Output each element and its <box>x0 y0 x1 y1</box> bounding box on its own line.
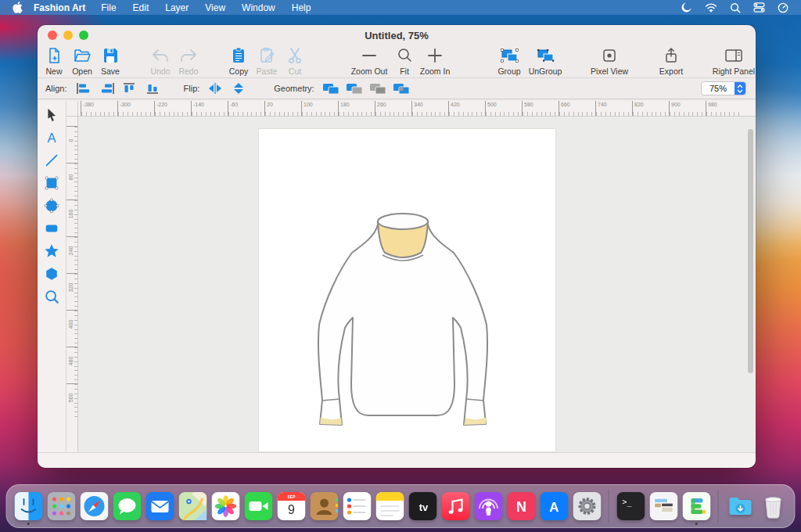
dock-calendar-icon[interactable]: SEP9 <box>277 489 306 523</box>
active-app-name[interactable]: Fashion Art <box>34 2 85 13</box>
control-center-icon[interactable] <box>753 2 765 13</box>
toolbar-zoom-in-button[interactable]: Zoom In <box>421 45 449 76</box>
menu-edit[interactable]: Edit <box>133 2 149 13</box>
dock-photos-icon[interactable] <box>211 489 240 523</box>
menu-view[interactable]: View <box>205 2 225 13</box>
toolbar-save-label: Save <box>101 66 120 76</box>
toolbar-paste-label: Paste <box>257 66 278 76</box>
dock-apple-tv-icon[interactable]: tv <box>408 489 437 523</box>
exclude-button[interactable] <box>391 81 412 96</box>
h-ruler-mark--380: -380 <box>81 101 117 116</box>
title-bar[interactable]: Untitled, 75% <box>38 25 756 44</box>
dock-downloads-icon[interactable] <box>726 489 755 523</box>
copy-icon <box>228 45 249 66</box>
align-bottom-button[interactable] <box>144 81 165 96</box>
dock-fashion-art-icon[interactable] <box>682 489 711 523</box>
toolbar-right-panel-button[interactable]: Right Panel <box>720 45 748 76</box>
cut-icon <box>285 45 305 66</box>
intersect-button[interactable] <box>368 81 389 96</box>
search-icon[interactable] <box>730 2 741 13</box>
dock-app-store-icon[interactable]: A <box>540 489 569 523</box>
svg-text:A: A <box>549 500 559 515</box>
toolbar-zoom-out-button[interactable]: Zoom Out <box>355 45 383 76</box>
menu-window[interactable]: Window <box>242 2 275 13</box>
moon-icon[interactable] <box>681 2 692 13</box>
zoom-tool[interactable] <box>41 287 62 306</box>
format-bar: Align: Flip: Geometry: 75% <box>38 77 756 99</box>
toolbar-pixel-view-button[interactable]: Pixel View <box>595 45 623 76</box>
dock-trash-icon[interactable] <box>759 489 788 523</box>
fashion-art-window: Untitled, 75% NewOpenSaveUndoRedoCopyPas… <box>38 25 756 468</box>
square-tool[interactable] <box>41 174 62 192</box>
dock-news-icon[interactable]: N <box>507 489 536 523</box>
toolbar-redo-label: Redo <box>178 66 198 76</box>
toolbar-save-button[interactable]: Save <box>96 45 124 76</box>
flip-horizontal-button[interactable] <box>204 81 225 96</box>
zoom-level-control[interactable]: 75% <box>701 81 746 95</box>
dock-contacts-icon[interactable] <box>310 489 339 523</box>
toolbar-ungroup-button[interactable]: UnGroup <box>531 45 559 76</box>
dock-notes-icon[interactable] <box>375 489 404 523</box>
dock-facetime-icon[interactable] <box>244 489 273 523</box>
toolbar-pixel-view-label: Pixel View <box>591 66 628 76</box>
subtract-button[interactable] <box>344 81 365 96</box>
dock-music-icon[interactable] <box>441 489 470 523</box>
finder-running-indicator <box>27 523 30 526</box>
svg-text:N: N <box>516 499 526 515</box>
toolbar-group-button[interactable]: Group <box>495 45 523 76</box>
dock-podcasts-icon[interactable] <box>474 489 503 523</box>
toolbar-zoom-in-label: Zoom In <box>420 66 451 76</box>
toolbar-undo-label: Undo <box>150 66 170 76</box>
circle-tool[interactable] <box>41 196 62 215</box>
dock-terminal-icon[interactable]: >_ <box>616 489 645 523</box>
toolbar-new-label: New <box>45 66 62 76</box>
toolbar-open-button[interactable]: Open <box>68 45 96 76</box>
fashion-art-running-indicator <box>695 523 698 526</box>
dock-launchpad-icon[interactable] <box>47 489 76 523</box>
rounded-rect-tool[interactable] <box>41 219 62 238</box>
align-right-button[interactable] <box>97 81 118 96</box>
dock-finder-icon[interactable] <box>14 489 43 523</box>
toolbar-fit-button[interactable]: Fit <box>390 45 418 76</box>
toolbar-new-button[interactable]: New <box>40 45 68 76</box>
zoom-stepper[interactable] <box>735 81 745 95</box>
zoom-level-value: 75% <box>702 84 735 93</box>
v-ruler-mark-240: 240 <box>66 236 77 273</box>
dock-mail-icon[interactable] <box>145 489 174 523</box>
line-tool[interactable] <box>41 151 62 170</box>
h-ruler-mark-580: 580 <box>522 101 559 116</box>
dock-screenshot-app-icon[interactable] <box>649 489 678 523</box>
artboard[interactable] <box>259 129 555 451</box>
dock-reminders-icon[interactable] <box>343 489 372 523</box>
select-tool[interactable] <box>41 106 62 124</box>
flip-vertical-button[interactable] <box>228 81 249 96</box>
toolbar-export-button[interactable]: Export <box>657 45 685 76</box>
clock-icon[interactable] <box>778 2 788 13</box>
text-tool[interactable]: A <box>41 128 62 147</box>
turtleneck-sweater-drawing[interactable] <box>259 129 555 451</box>
align-left-button[interactable] <box>74 81 95 96</box>
wifi-icon[interactable] <box>705 2 717 13</box>
dock-messages-icon[interactable] <box>113 489 142 523</box>
menu-help[interactable]: Help <box>292 2 311 13</box>
canvas[interactable] <box>78 117 756 452</box>
h-ruler-mark-820: 820 <box>632 101 669 116</box>
dock-system-preferences-icon[interactable] <box>573 489 602 523</box>
h-ruler-mark-500: 500 <box>485 101 522 116</box>
dock-safari-icon[interactable] <box>80 489 109 523</box>
neck-opening[interactable] <box>378 214 428 229</box>
dock-maps-icon[interactable] <box>178 489 207 523</box>
ungroup-icon <box>535 45 555 66</box>
save-icon <box>100 45 120 66</box>
union-button[interactable] <box>321 81 342 96</box>
flip-label: Flip: <box>184 84 200 93</box>
vertical-scrollbar[interactable] <box>748 129 753 373</box>
hexagon-tool[interactable] <box>41 264 62 283</box>
menu-layer[interactable]: Layer <box>165 2 189 13</box>
align-top-button[interactable] <box>120 81 142 96</box>
svg-text:9: 9 <box>288 503 295 516</box>
menu-file[interactable]: File <box>101 2 116 13</box>
star-tool[interactable] <box>41 242 62 261</box>
apple-menu[interactable] <box>13 2 23 13</box>
toolbar-copy-button[interactable]: Copy <box>224 45 253 76</box>
